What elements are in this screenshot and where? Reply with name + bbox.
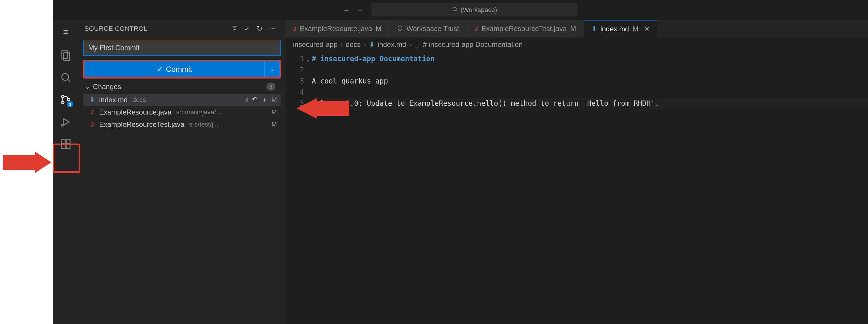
line-number: 2 <box>285 65 304 76</box>
java-icon: J <box>475 26 478 32</box>
breadcrumb-part[interactable]: docs <box>346 40 361 49</box>
commit-dropdown[interactable]: ⌄ <box>264 61 279 77</box>
commit-button[interactable]: ✓ Commit <box>85 61 264 77</box>
file-status: M <box>271 96 277 104</box>
activity-search[interactable] <box>59 70 73 84</box>
code-line[interactable] <box>312 87 868 98</box>
ide-window: ← → (Workspace) ≡ 3 <box>53 0 868 324</box>
activity-extensions[interactable] <box>59 137 73 151</box>
file-row[interactable]: JExampleResourceTest.javasrc/test/j...M <box>83 118 281 131</box>
editor-tab[interactable]: Workspace Trust <box>390 20 467 37</box>
svg-point-7 <box>62 101 64 104</box>
activity-bar: ≡ 3 <box>53 20 79 324</box>
open-file-icon[interactable]: ⎘ <box>244 96 248 104</box>
changes-count-badge: 3 <box>267 83 275 91</box>
commit-button-label: Commit <box>166 65 192 74</box>
svg-marker-9 <box>63 118 69 125</box>
svg-rect-3 <box>64 53 69 61</box>
file-name: index.md <box>99 96 128 104</box>
view-as-tree-icon[interactable] <box>231 25 238 33</box>
editor-tab[interactable]: JExampleResource.javaM <box>285 20 390 37</box>
close-icon[interactable]: ✕ <box>644 25 650 33</box>
file-name: ExampleResource.java <box>99 108 172 116</box>
svg-point-10 <box>61 124 63 126</box>
symbol-icon: ▢ <box>414 41 420 48</box>
tab-label: index.md <box>600 25 629 33</box>
commit-button-highlight: ✓ Commit ⌄ <box>83 60 281 78</box>
svg-rect-13 <box>61 145 65 148</box>
editor-tab[interactable]: ⬇index.mdM✕ <box>584 20 657 37</box>
svg-line-1 <box>456 10 457 11</box>
activity-explorer[interactable] <box>59 48 73 62</box>
code-editor[interactable]: 12345 # insecured-app DocumentationA coo… <box>285 51 868 324</box>
tab-modified-badge: M <box>632 25 639 33</box>
scm-badge: 3 <box>67 101 73 107</box>
row-actions: ⎘↶＋ <box>244 96 268 104</box>
titlebar: ← → (Workspace) <box>53 0 868 20</box>
svg-marker-19 <box>297 98 349 119</box>
nav-forward-icon[interactable]: → <box>356 6 364 15</box>
tab-modified-badge: M <box>376 25 381 33</box>
breadcrumb-separator: › <box>340 40 343 49</box>
svg-rect-2 <box>62 51 68 59</box>
more-icon[interactable]: ⋯ <box>269 25 276 33</box>
editor-tab[interactable]: JExampleResourceTest.javaM <box>467 20 584 37</box>
code-line[interactable]: Release 1.0: Update to ExampleResource.h… <box>312 98 868 109</box>
file-name: ExampleResourceTest.java <box>99 120 184 129</box>
java-icon: J <box>293 26 296 32</box>
stage-icon[interactable]: ＋ <box>261 96 268 104</box>
breadcrumb-part[interactable]: insecured-app <box>293 40 338 49</box>
command-center[interactable]: (Workspace) <box>371 3 578 16</box>
editor-area: JExampleResource.javaMWorkspace TrustJEx… <box>285 20 868 324</box>
markdown-icon: ⬇ <box>591 25 597 33</box>
activity-debug[interactable] <box>59 115 73 129</box>
code-line[interactable]: # insecured-app Documentation <box>312 53 868 65</box>
breadcrumb-part[interactable]: # insecured-app Documentation <box>423 40 523 49</box>
svg-line-5 <box>68 80 70 82</box>
code-line[interactable] <box>312 65 868 76</box>
code-line[interactable]: A cool quarkus app <box>312 76 868 87</box>
changes-section-header[interactable]: ⌄ Changes 3 <box>83 78 281 94</box>
search-icon <box>452 6 458 14</box>
commit-message-input[interactable] <box>83 40 281 56</box>
tab-label: ExampleResource.java <box>300 25 372 33</box>
check-icon: ✓ <box>157 65 163 74</box>
svg-marker-18 <box>3 152 51 173</box>
command-center-label: (Workspace) <box>461 6 497 14</box>
markdown-icon: ⬇ <box>369 40 375 49</box>
refresh-icon[interactable]: ↻ <box>256 25 262 33</box>
changes-list: ⬇index.mddocs⎘↶＋MJExampleResource.javasr… <box>83 94 281 131</box>
menu-icon[interactable]: ≡ <box>63 27 68 37</box>
nav-arrows: ← → <box>343 6 364 15</box>
file-row[interactable]: JExampleResource.javasrc/main/java/...M <box>83 106 281 118</box>
tab-modified-badge: M <box>570 25 576 33</box>
breadcrumbs[interactable]: insecured-app › docs › ⬇ index.md › ▢ # … <box>285 37 868 51</box>
line-number: 1 <box>285 53 304 65</box>
java-icon: J <box>89 121 96 128</box>
source-control-panel: SOURCE CONTROL ✓ ↻ ⋯ ✓ Commit <box>79 20 285 324</box>
file-path: src/main/java/... <box>176 108 268 116</box>
annotation-arrow-scm <box>3 152 51 173</box>
file-row[interactable]: ⬇index.mddocs⎘↶＋M <box>83 94 281 106</box>
file-status: M <box>271 121 277 128</box>
breadcrumb-separator: › <box>409 40 411 49</box>
svg-point-8 <box>67 99 70 101</box>
editor-tabs: JExampleResource.javaMWorkspace TrustJEx… <box>285 20 868 37</box>
activity-source-control[interactable]: 3 <box>59 93 73 107</box>
gutter: 12345 <box>285 53 312 324</box>
tab-label: Workspace Trust <box>406 25 459 33</box>
tab-label: ExampleResourceTest.java <box>482 25 567 33</box>
discard-icon[interactable]: ↶ <box>252 96 257 104</box>
commit-check-icon[interactable]: ✓ <box>244 25 250 33</box>
panel-actions: ✓ ↻ ⋯ <box>231 25 276 33</box>
panel-title: SOURCE CONTROL <box>85 25 148 33</box>
code-lines[interactable]: # insecured-app DocumentationA cool quar… <box>312 53 868 324</box>
line-number: 3 <box>285 76 304 87</box>
nav-back-icon[interactable]: ← <box>343 6 350 15</box>
file-path: docs <box>132 96 241 104</box>
chevron-down-icon: ⌄ <box>270 67 274 72</box>
svg-rect-12 <box>66 140 70 144</box>
file-path: src/test/j... <box>189 121 268 128</box>
breadcrumb-part[interactable]: index.md <box>378 40 406 49</box>
svg-point-6 <box>62 96 64 98</box>
